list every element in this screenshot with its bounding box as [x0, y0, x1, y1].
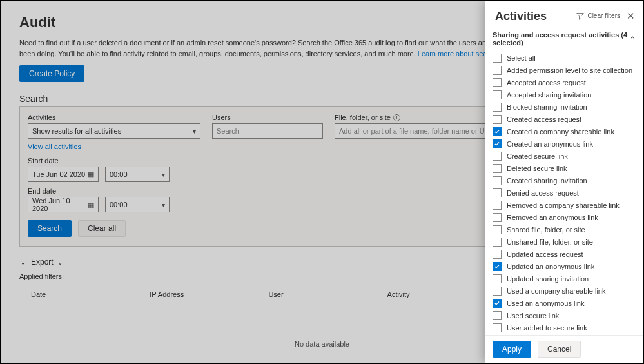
activity-option-label: Removed an anonymous link [507, 214, 598, 221]
checkbox-icon[interactable] [493, 78, 502, 87]
checkbox-icon[interactable] [493, 250, 502, 259]
checkbox-icon[interactable] [493, 274, 502, 283]
activity-option-label: Updated sharing invitation [507, 275, 589, 283]
checkbox-icon[interactable] [493, 115, 502, 124]
activity-option[interactable]: Shared file, folder, or site [493, 223, 635, 236]
activity-option-label: Created an anonymous link [507, 140, 593, 148]
activity-option-label: Removed a company shareable link [507, 201, 620, 209]
activity-option-label: Created sharing invitation [507, 177, 587, 185]
activity-option-label: User added to secure link [507, 324, 587, 332]
checkbox-checked-icon[interactable] [493, 127, 502, 136]
checkbox-icon[interactable] [493, 66, 502, 75]
checkbox-icon[interactable] [493, 54, 502, 63]
activity-option[interactable]: Accepted access request [493, 76, 635, 88]
checkbox-icon[interactable] [493, 238, 502, 247]
activity-option-label: Denied access request [507, 189, 579, 197]
activity-option[interactable]: Removed an anonymous link [493, 211, 635, 223]
checkbox-checked-icon[interactable] [493, 262, 502, 271]
checkbox-icon[interactable] [493, 164, 502, 173]
checkbox-icon[interactable] [493, 188, 502, 197]
filter-icon [576, 12, 584, 20]
activity-option-label: Accepted sharing invitation [507, 91, 591, 99]
activity-option[interactable]: Removed a company shareable link [493, 199, 635, 211]
checkbox-icon[interactable] [493, 90, 502, 99]
activity-option[interactable]: User added to secure link [493, 321, 635, 334]
activity-option-label: Added permission level to site collectio… [507, 66, 632, 74]
checkbox-icon[interactable] [493, 201, 502, 210]
activity-option[interactable]: Used an anonymous link [493, 297, 635, 309]
activity-option-label: Used a company shareable link [507, 287, 605, 295]
activity-option[interactable]: Blocked sharing invitation [493, 101, 635, 113]
clear-filters-button[interactable]: Clear filters [576, 12, 620, 20]
activity-group-header[interactable]: Sharing and access request activities (4… [485, 27, 643, 50]
activity-option[interactable]: Unshared file, folder, or site [493, 236, 635, 248]
activity-option-label: Blocked sharing invitation [507, 103, 587, 111]
activity-option[interactable]: Denied access request [493, 187, 635, 199]
activity-option[interactable]: Created secure link [493, 150, 635, 162]
panel-title: Activities [491, 10, 547, 23]
checkbox-icon[interactable] [493, 323, 502, 332]
activity-option[interactable]: Created a company shareable link [493, 125, 635, 137]
activity-option-label: Used secure link [507, 312, 559, 319]
activity-option-label: Created a company shareable link [507, 128, 614, 136]
apply-button[interactable]: Apply [493, 341, 531, 358]
activity-option[interactable]: Created sharing invitation [493, 174, 635, 187]
activity-option-label: Select all [507, 54, 536, 62]
activities-panel: Activities Clear filters ✕ Sharing and a… [485, 1, 643, 363]
activity-option-label: Accepted access request [507, 79, 586, 86]
activity-option-label: Unshared file, folder, or site [507, 238, 593, 246]
activity-option[interactable]: Used secure link [493, 309, 635, 321]
checkbox-icon[interactable] [493, 213, 502, 222]
activity-option[interactable]: Deleted secure link [493, 162, 635, 174]
cancel-button[interactable]: Cancel [538, 341, 581, 358]
activity-option[interactable]: Added permission level to site collectio… [493, 64, 635, 76]
activity-option[interactable]: Created access request [493, 113, 635, 125]
checkbox-icon[interactable] [493, 152, 502, 161]
checkbox-icon[interactable] [493, 103, 502, 112]
activity-option[interactable]: Select all [493, 52, 635, 64]
activity-option[interactable]: Used a company shareable link [493, 285, 635, 297]
activity-option-label: Used an anonymous link [507, 299, 584, 307]
activity-option-label: Updated access request [507, 250, 583, 258]
clear-filters-label: Clear filters [587, 13, 620, 19]
activity-option[interactable]: Updated an anonymous link [493, 260, 635, 272]
activity-option[interactable]: Updated access request [493, 248, 635, 260]
activity-option-label: Created secure link [507, 152, 568, 160]
activity-option-label: Shared file, folder, or site [507, 226, 585, 234]
activity-option-label: Updated an anonymous link [507, 263, 594, 270]
checkbox-icon[interactable] [493, 311, 502, 320]
activity-option-label: Created access request [507, 116, 581, 123]
close-icon[interactable]: ✕ [625, 9, 636, 23]
checkbox-checked-icon[interactable] [493, 139, 502, 148]
activity-option[interactable]: Updated sharing invitation [493, 272, 635, 285]
checkbox-icon[interactable] [493, 287, 502, 296]
activity-option[interactable]: Created an anonymous link [493, 137, 635, 150]
activity-group-label: Sharing and access request activities (4… [493, 31, 630, 46]
checkbox-icon[interactable] [493, 225, 502, 234]
checkbox-icon[interactable] [493, 176, 502, 185]
chevron-up-icon: ⌃ [630, 35, 635, 43]
activity-options-list: Select allAdded permission level to site… [485, 50, 643, 335]
activity-option[interactable]: Accepted sharing invitation [493, 88, 635, 101]
activity-option-label: Deleted secure link [507, 165, 567, 172]
checkbox-checked-icon[interactable] [493, 299, 502, 308]
